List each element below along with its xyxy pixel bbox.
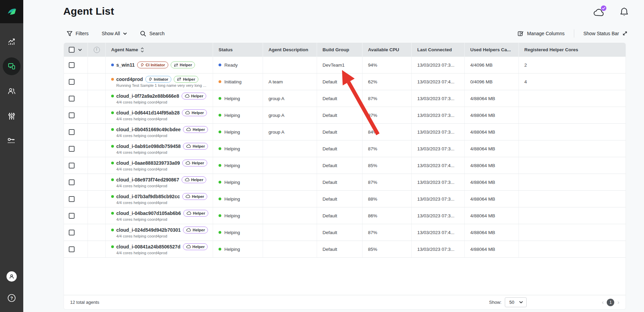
- init-badge: Initiator: [145, 76, 171, 83]
- filters-label: Filters: [76, 31, 89, 36]
- table-row[interactable]: cloud_i-0d6441d144f95ab28Helper4/4 cores…: [64, 107, 626, 124]
- filters-button[interactable]: Filters: [67, 31, 89, 37]
- filter-funnel-icon: [67, 31, 73, 37]
- header-alert-cell: !: [88, 43, 106, 57]
- table-row[interactable]: cloud_i-04bac907d105ab6b6Helper4/4 cores…: [64, 207, 626, 224]
- sidebar-item-analytics[interactable]: [3, 32, 21, 50]
- page-title: Agent List: [63, 5, 114, 17]
- table-row[interactable]: s_win11CI InitiatorHelperReadyDevTeam194…: [64, 57, 626, 73]
- used-helpers-cell: 4/88064 MB: [465, 207, 519, 224]
- agents-icon: [7, 62, 16, 71]
- available-cpu-cell: 87%: [363, 140, 412, 157]
- registered-cores-cell: [519, 191, 626, 207]
- table-row[interactable]: cloud_i-0b0451669c49cbdeeHelper4/4 cores…: [64, 124, 626, 140]
- page-size-value: 50: [509, 300, 514, 305]
- table-row[interactable]: cloud_i-0aae8883239733a09Helper4/4 cores…: [64, 157, 626, 174]
- status-cell: Helping: [213, 140, 263, 157]
- app-logo[interactable]: [0, 0, 23, 23]
- description-cell: [263, 57, 317, 73]
- sidebar-item-license[interactable]: [3, 132, 21, 150]
- registered-cores-cell: [519, 107, 626, 123]
- agent-list-page: ? Agent List Filters: [0, 0, 644, 312]
- page-size-select[interactable]: 50: [505, 297, 526, 307]
- header-available-cpu[interactable]: Available CPU: [363, 43, 412, 57]
- table-row[interactable]: cloud_i-024d549d942b70301Helper4/4 cores…: [64, 224, 626, 241]
- search-icon: [140, 30, 146, 37]
- last-connected-cell: 13/03/2023 07:3...: [412, 191, 465, 207]
- cloud-icon: [185, 194, 190, 198]
- row-checkbox[interactable]: [69, 79, 75, 85]
- row-select-cell: [64, 157, 88, 174]
- status-cell: Helping: [213, 107, 263, 123]
- status-cell: Helping: [213, 124, 263, 140]
- header-agent-description[interactable]: Agent Description: [263, 43, 317, 57]
- sort-icon[interactable]: [141, 47, 144, 53]
- header-build-group[interactable]: Build Group: [317, 43, 363, 57]
- row-checkbox[interactable]: [69, 112, 75, 118]
- cloud-status-icon[interactable]: [593, 8, 605, 17]
- notifications-bell-icon[interactable]: [619, 7, 629, 17]
- agent-name: cloud_i-0ab91e098db759458: [116, 144, 181, 149]
- agent-name: cloud_i-024d549d942b70301: [116, 227, 181, 233]
- prev-page-icon[interactable]: ‹: [602, 299, 604, 305]
- sidebar-item-users[interactable]: [3, 82, 21, 100]
- agent-status-dot: [111, 64, 114, 66]
- row-checkbox[interactable]: [69, 163, 75, 168]
- manage-columns-button[interactable]: Manage Columns: [517, 30, 565, 37]
- row-checkbox[interactable]: [69, 146, 75, 152]
- row-checkbox[interactable]: [69, 213, 75, 219]
- row-checkbox[interactable]: [69, 62, 75, 68]
- agent-name-cell: s_win11CI InitiatorHelper: [106, 57, 213, 73]
- description-cell: [263, 207, 317, 224]
- registered-cores-cell: [519, 207, 626, 224]
- sidebar-item-profile[interactable]: [3, 268, 21, 285]
- row-alert-cell: [88, 157, 106, 174]
- row-alert-cell: [88, 207, 106, 224]
- status-label: Helping: [224, 96, 240, 101]
- sidebar-item-agents[interactable]: [3, 57, 21, 75]
- row-alert-cell: [88, 90, 106, 107]
- row-checkbox[interactable]: [69, 96, 75, 101]
- row-checkbox[interactable]: [69, 246, 75, 252]
- header-last-connected[interactable]: Last Connected: [412, 43, 465, 57]
- badge-label: Helper: [193, 245, 205, 249]
- row-select-cell: [64, 107, 88, 123]
- build-group-cell: Default: [317, 174, 363, 190]
- table-row[interactable]: cloud_i-08e973f74ed290867Helper4/4 cores…: [64, 174, 626, 191]
- next-page-icon[interactable]: ›: [617, 299, 619, 305]
- expand-icon: [622, 31, 628, 36]
- agent-subtext: 4/4 cores helping coord4prod: [111, 218, 167, 222]
- current-page[interactable]: 1: [607, 299, 614, 306]
- header-used-helpers[interactable]: Used Helpers Ca...: [465, 43, 519, 57]
- status-dot: [219, 80, 221, 83]
- status-dot: [219, 231, 221, 234]
- search-button[interactable]: Search: [140, 30, 165, 37]
- row-checkbox[interactable]: [69, 230, 75, 235]
- badge-label: Helper: [193, 228, 205, 232]
- header-agent-name-label: Agent Name: [111, 47, 138, 52]
- sidebar-item-settings[interactable]: [3, 107, 21, 125]
- select-menu-chevron-icon[interactable]: [78, 49, 82, 51]
- used-helpers-cell: 4/88064 MB: [465, 90, 519, 107]
- show-status-bar-button[interactable]: Show Status Bar: [583, 31, 628, 36]
- row-checkbox[interactable]: [69, 179, 75, 185]
- header-status[interactable]: Status: [213, 43, 263, 57]
- cloud-badge: Helper: [183, 227, 208, 233]
- agent-subtext: 4/4 cores helping coord4prod: [111, 201, 167, 205]
- last-connected-cell: 13/03/2023 07:4...: [412, 224, 465, 241]
- table-row[interactable]: cloud_i-0f72a9a2e88b666e8Helper4/4 cores…: [64, 90, 626, 107]
- row-select-cell: [64, 207, 88, 224]
- show-all-dropdown[interactable]: Show All: [102, 31, 127, 36]
- row-checkbox[interactable]: [69, 196, 75, 202]
- agent-name: cloud_i-0f72a9a2e88b666e8: [116, 93, 179, 99]
- status-label: Helping: [224, 163, 240, 168]
- header-agent-name[interactable]: Agent Name: [106, 43, 213, 57]
- row-checkbox[interactable]: [69, 129, 75, 135]
- table-row[interactable]: coord4prodInitiatorHelperRunning Test Sa…: [64, 73, 626, 90]
- sidebar-item-help[interactable]: ?: [3, 289, 21, 307]
- table-row[interactable]: cloud_i-00841a24b8506527dHelper4/4 cores…: [64, 241, 626, 258]
- table-row[interactable]: cloud_i-07b3af9db85cb92ccHelper4/4 cores…: [64, 191, 626, 207]
- header-registered-helper-cores[interactable]: Registered Helper Cores: [519, 43, 626, 57]
- table-row[interactable]: cloud_i-0ab91e098db759458Helper4/4 cores…: [64, 140, 626, 157]
- select-all-checkbox[interactable]: [69, 47, 75, 53]
